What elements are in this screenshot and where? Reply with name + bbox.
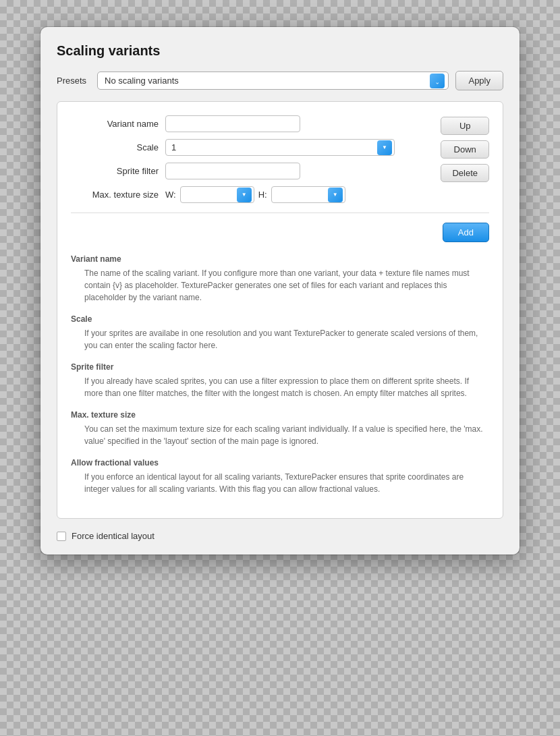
- scale-select[interactable]: 1 0.5 2 3: [165, 139, 395, 156]
- help-variant-name-text: The name of the scaling variant. If you …: [71, 267, 489, 304]
- help-max-texture-text: You can set the maximum texture size for…: [71, 423, 489, 447]
- help-scale-title: Scale: [71, 313, 489, 325]
- help-scale: Scale If your sprites are availabe in on…: [71, 313, 489, 351]
- help-variant-name-title: Variant name: [71, 253, 489, 265]
- presets-select[interactable]: No scaling variants 2x (iOS) 1x / 2x (iO…: [97, 72, 449, 90]
- apply-button[interactable]: Apply: [455, 71, 503, 90]
- delete-button[interactable]: Delete: [441, 164, 489, 182]
- main-window: Scaling variants Presets No scaling vari…: [40, 27, 520, 555]
- form-section: Variant name Scale 1 0.5 2 3: [71, 115, 489, 203]
- sprite-filter-input[interactable]: [165, 163, 300, 179]
- force-identical-layout-label: Force identical layout: [72, 531, 155, 541]
- window-title: Scaling variants: [57, 43, 503, 59]
- form-fields: Variant name Scale 1 0.5 2 3: [71, 115, 430, 203]
- up-button[interactable]: Up: [441, 117, 489, 135]
- w-select-wrapper: 256 512 1024 2048 4096: [180, 186, 254, 203]
- variant-name-input[interactable]: [165, 115, 300, 132]
- help-sprite-filter-title: Sprite filter: [71, 361, 489, 373]
- max-texture-label: Max. texture size: [71, 190, 159, 200]
- inner-panel: Variant name Scale 1 0.5 2 3: [57, 101, 503, 519]
- side-buttons: Up Down Delete: [441, 115, 489, 182]
- texture-size-controls: W: 256 512 1024 2048 4096: [165, 186, 345, 203]
- down-button[interactable]: Down: [441, 140, 489, 159]
- max-texture-row: Max. texture size W: 256 512 1024 2048 4…: [71, 186, 430, 203]
- scale-wrapper: 1 0.5 2 3: [165, 139, 395, 156]
- scale-row: Scale 1 0.5 2 3: [71, 139, 430, 156]
- help-fractional: Allow fractional values If you enforce a…: [71, 457, 489, 495]
- help-scale-text: If your sprites are availabe in one reso…: [71, 327, 489, 351]
- h-label: H:: [258, 190, 267, 200]
- help-sprite-filter-text: If you already have scaled sprites, you …: [71, 375, 489, 399]
- help-section: Variant name The name of the scaling var…: [71, 253, 489, 495]
- add-button[interactable]: Add: [443, 223, 489, 242]
- presets-label: Presets: [57, 76, 90, 86]
- presets-row: Presets No scaling variants 2x (iOS) 1x …: [57, 71, 503, 90]
- help-variant-name: Variant name The name of the scaling var…: [71, 253, 489, 304]
- h-select-wrapper: 256 512 1024 2048 4096: [271, 186, 345, 203]
- divider: [71, 213, 489, 213]
- force-identical-layout-checkbox[interactable]: [57, 532, 66, 541]
- help-fractional-title: Allow fractional values: [71, 457, 489, 469]
- variant-name-label: Variant name: [71, 119, 159, 129]
- help-sprite-filter: Sprite filter If you already have scaled…: [71, 361, 489, 399]
- help-max-texture-title: Max. texture size: [71, 409, 489, 421]
- presets-select-wrapper: No scaling variants 2x (iOS) 1x / 2x (iO…: [97, 72, 449, 90]
- sprite-filter-label: Sprite filter: [71, 166, 159, 176]
- footer: Force identical layout: [57, 528, 503, 541]
- scale-label: Scale: [71, 142, 159, 152]
- add-row: Add: [71, 223, 489, 242]
- h-select[interactable]: 256 512 1024 2048 4096: [271, 186, 345, 203]
- w-label: W:: [165, 190, 176, 200]
- sprite-filter-row: Sprite filter: [71, 163, 430, 179]
- help-max-texture: Max. texture size You can set the maximu…: [71, 409, 489, 447]
- variant-name-row: Variant name: [71, 115, 430, 132]
- help-fractional-text: If you enforce an identical layout for a…: [71, 471, 489, 495]
- w-select[interactable]: 256 512 1024 2048 4096: [180, 186, 254, 203]
